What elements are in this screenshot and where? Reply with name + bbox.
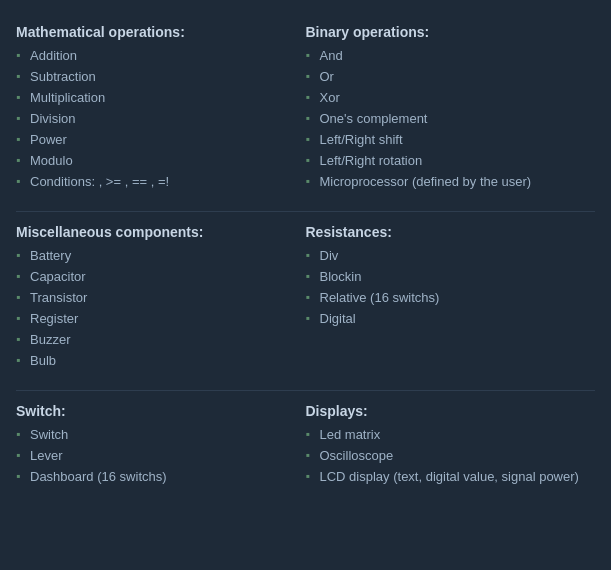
- list-item: Dashboard (16 switchs): [16, 469, 294, 484]
- list-item: Switch: [16, 427, 294, 442]
- section-binary-ops: Binary operations: AndOrXorOne's complem…: [306, 16, 596, 207]
- list-item: Microprocessor (defined by the user): [306, 174, 584, 189]
- list-item: One's complement: [306, 111, 584, 126]
- list-item: Led matrix: [306, 427, 584, 442]
- list-item: Left/Right shift: [306, 132, 584, 147]
- math-ops-title: Mathematical operations:: [16, 24, 294, 40]
- list-item: Capacitor: [16, 269, 294, 284]
- divider-1: [16, 211, 595, 212]
- binary-ops-title: Binary operations:: [306, 24, 584, 40]
- resistances-title: Resistances:: [306, 224, 584, 240]
- section-switch: Switch: SwitchLeverDashboard (16 switchs…: [16, 395, 306, 502]
- switch-list: SwitchLeverDashboard (16 switchs): [16, 427, 294, 484]
- list-item: Conditions: , >= , == , =!: [16, 174, 294, 189]
- list-item: And: [306, 48, 584, 63]
- list-item: Subtraction: [16, 69, 294, 84]
- section-resistances: Resistances: DivBlockinRelative (16 swit…: [306, 216, 596, 386]
- content-grid: Mathematical operations: AdditionSubtrac…: [16, 16, 595, 502]
- list-item: Power: [16, 132, 294, 147]
- list-item: Register: [16, 311, 294, 326]
- list-item: Blockin: [306, 269, 584, 284]
- misc-title: Miscellaneous components:: [16, 224, 294, 240]
- misc-list: BatteryCapacitorTransistorRegisterBuzzer…: [16, 248, 294, 368]
- binary-ops-list: AndOrXorOne's complementLeft/Right shift…: [306, 48, 584, 189]
- list-item: Xor: [306, 90, 584, 105]
- list-item: Lever: [16, 448, 294, 463]
- list-item: Bulb: [16, 353, 294, 368]
- list-item: Div: [306, 248, 584, 263]
- resistances-list: DivBlockinRelative (16 switchs)Digital: [306, 248, 584, 326]
- divider-2: [16, 390, 595, 391]
- list-item: Relative (16 switchs): [306, 290, 584, 305]
- switch-title: Switch:: [16, 403, 294, 419]
- section-math-ops: Mathematical operations: AdditionSubtrac…: [16, 16, 306, 207]
- list-item: Digital: [306, 311, 584, 326]
- section-displays: Displays: Led matrixOscilloscopeLCD disp…: [306, 395, 596, 502]
- list-item: Transistor: [16, 290, 294, 305]
- list-item: Oscilloscope: [306, 448, 584, 463]
- list-item: Addition: [16, 48, 294, 63]
- section-misc: Miscellaneous components: BatteryCapacit…: [16, 216, 306, 386]
- list-item: Division: [16, 111, 294, 126]
- displays-list: Led matrixOscilloscopeLCD display (text,…: [306, 427, 584, 484]
- list-item: Modulo: [16, 153, 294, 168]
- math-ops-list: AdditionSubtractionMultiplicationDivisio…: [16, 48, 294, 189]
- list-item: Buzzer: [16, 332, 294, 347]
- list-item: LCD display (text, digital value, signal…: [306, 469, 584, 484]
- list-item: Multiplication: [16, 90, 294, 105]
- list-item: Left/Right rotation: [306, 153, 584, 168]
- list-item: Or: [306, 69, 584, 84]
- list-item: Battery: [16, 248, 294, 263]
- displays-title: Displays:: [306, 403, 584, 419]
